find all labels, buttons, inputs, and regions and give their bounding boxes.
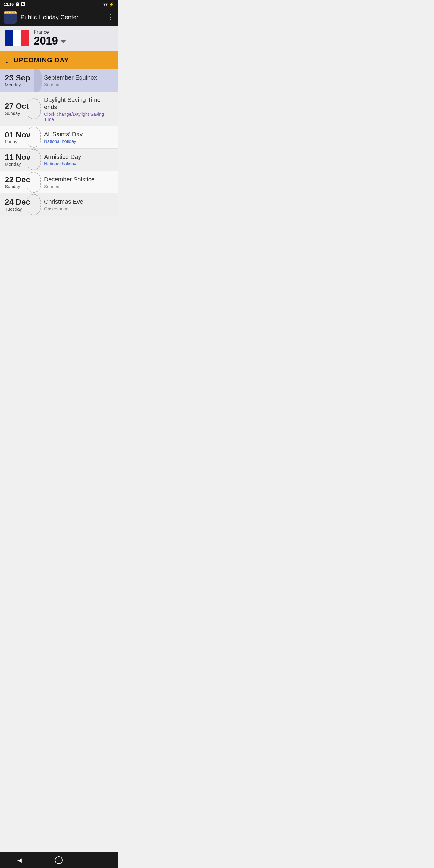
status-left: 12:15 🖼 P — [4, 2, 25, 7]
more-icon[interactable]: ⋮ — [107, 14, 114, 21]
holiday-name: Armistice Day — [44, 153, 113, 160]
year-value: 2019 — [34, 36, 58, 46]
year-dropdown-arrow[interactable] — [60, 40, 66, 43]
wifi-icon: ▾▾ — [103, 2, 107, 7]
upcoming-text: UPCOMING DAY — [13, 56, 69, 64]
holiday-type: Observance — [44, 206, 113, 211]
date-box: 01 NovFriday — [5, 130, 38, 144]
flag-red — [21, 30, 29, 46]
holiday-item[interactable]: 27 OctSundayDaylight Saving Time endsClo… — [0, 92, 118, 126]
flag-white — [13, 30, 21, 46]
upcoming-banner[interactable]: ↓ UPCOMING DAY — [0, 51, 118, 69]
date-box: 23 SepMonday — [5, 73, 38, 87]
date-deco — [27, 127, 41, 148]
parking-icon: P — [21, 2, 25, 6]
status-bar: 12:15 🖼 P ▾▾ ⚡ — [0, 0, 118, 8]
holiday-name: December Solstice — [44, 176, 113, 183]
holiday-item[interactable]: 01 NovFridayAll Saints' DayNational holi… — [0, 126, 118, 149]
date-deco — [27, 149, 41, 170]
holiday-info: September EquinoxSeason — [38, 74, 113, 87]
holiday-item[interactable]: 22 DecSundayDecember SolsticeSeason — [0, 171, 118, 194]
photo-icon: 🖼 — [16, 2, 19, 7]
holiday-name: Daylight Saving Time ends — [44, 96, 113, 111]
country-info: France 2019 — [34, 30, 66, 46]
holiday-item[interactable]: 23 SepMondaySeptember EquinoxSeason — [0, 69, 118, 92]
date-box: 27 OctSunday — [5, 102, 38, 116]
holiday-type: Season — [44, 184, 113, 189]
flag-blue — [5, 30, 13, 46]
app-title: Public Holiday Center — [21, 14, 79, 21]
holiday-list: 23 SepMondaySeptember EquinoxSeason27 Oc… — [0, 69, 118, 216]
date-deco-solid — [34, 69, 42, 92]
app-bar: HOLIDAYS Public Holiday Center ⋮ — [0, 8, 118, 26]
down-arrow-icon: ↓ — [5, 56, 9, 65]
app-bar-left: HOLIDAYS Public Holiday Center — [4, 10, 79, 24]
holiday-info: Armistice DayNational holiday — [38, 153, 113, 166]
holiday-info: Daylight Saving Time endsClock change/Da… — [38, 96, 113, 122]
country-name: France — [34, 30, 66, 35]
holiday-item[interactable]: 24 DecTuesdayChristmas EveObservance — [0, 193, 118, 216]
date-day: 23 Sep — [5, 73, 38, 82]
app-icon[interactable]: HOLIDAYS — [4, 10, 17, 24]
holiday-type: National holiday — [44, 161, 113, 166]
date-deco — [27, 172, 41, 193]
france-flag — [5, 30, 29, 46]
date-box: 11 NovMonday — [5, 153, 38, 167]
holiday-info: Christmas EveObservance — [38, 198, 113, 211]
date-box: 24 DecTuesday — [5, 198, 38, 212]
holiday-info: December SolsticeSeason — [38, 176, 113, 189]
date-box: 22 DecSunday — [5, 176, 38, 189]
holiday-info: All Saints' DayNational holiday — [38, 130, 113, 144]
country-header: France 2019 — [0, 26, 118, 51]
holiday-name: All Saints' Day — [44, 130, 113, 138]
holiday-type: National holiday — [44, 138, 113, 144]
holiday-name: Christmas Eve — [44, 198, 113, 205]
holiday-type: Clock change/Daylight Saving Time — [44, 112, 113, 122]
date-weekday: Monday — [5, 82, 38, 87]
date-deco — [27, 194, 41, 215]
holiday-name: September Equinox — [44, 74, 113, 81]
holiday-item[interactable]: 11 NovMondayArmistice DayNational holida… — [0, 149, 118, 171]
country-year: 2019 — [34, 36, 66, 46]
battery-icon: ⚡ — [109, 2, 114, 7]
status-right: ▾▾ ⚡ — [103, 2, 114, 7]
date-deco — [27, 98, 41, 119]
status-time: 12:15 — [4, 2, 13, 7]
holiday-type: Season — [44, 82, 113, 87]
